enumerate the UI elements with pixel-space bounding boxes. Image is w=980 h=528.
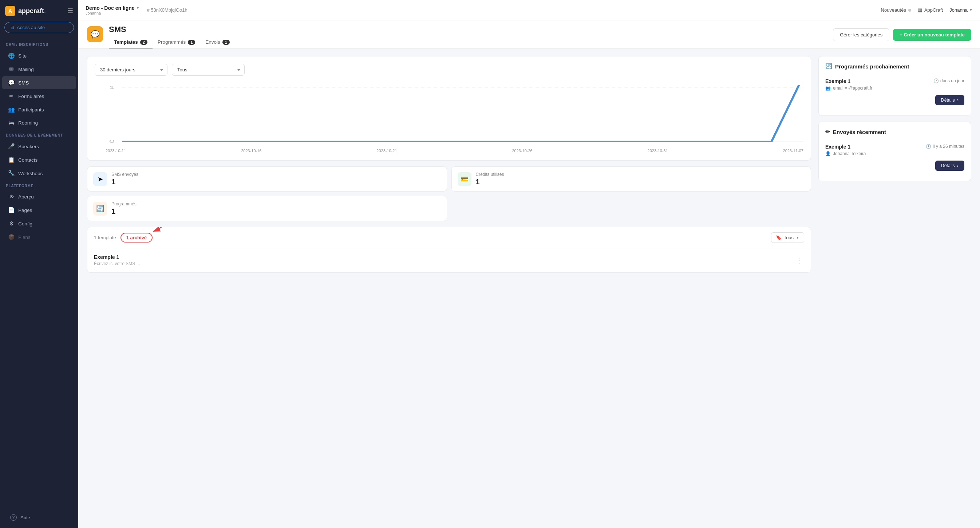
sidebar-item-config[interactable]: ⚙ Config bbox=[2, 217, 76, 230]
logo-area: A appcraft. bbox=[5, 6, 46, 16]
crm-section-label: CRM / INSCRIPTIONS bbox=[0, 39, 78, 49]
sched-item-time: 🕐 dans un jour bbox=[934, 78, 964, 83]
hash-id: # 53nX0MbjqlOo1h bbox=[147, 7, 187, 13]
sent-icon: ➤ bbox=[93, 172, 107, 186]
sidebar-section-event: DONNÉES DE L'ÉVÉNEMENT 🎤 Speakers 📋 Cont… bbox=[0, 130, 78, 180]
tab-envois-badge: 1 bbox=[223, 40, 230, 45]
stat-card-credits: 💳 Crédits utilisés 1 bbox=[452, 166, 811, 192]
main-body: 30 derniers jours Tous 1 0 bbox=[78, 49, 980, 280]
chart-label-0: 2023-10-11 bbox=[106, 149, 126, 153]
status-dot bbox=[908, 9, 911, 12]
event-section-label: DONNÉES DE L'ÉVÉNEMENT bbox=[0, 130, 78, 140]
globe-icon: 🌐 bbox=[8, 52, 14, 59]
sched-btn-row: Détails › bbox=[825, 94, 964, 105]
content-area: 30 derniers jours Tous 1 0 bbox=[78, 49, 980, 528]
stat-value-sent: 1 bbox=[111, 178, 138, 186]
sent-row: Exemple 1 👤 Johanna Teixeira 🕐 il y a 26… bbox=[825, 144, 964, 159]
template-name: Exemple 1 bbox=[94, 254, 794, 260]
logo-text: appcraft. bbox=[18, 7, 46, 15]
page-header-actions: Gérer les catégories + Créer un nouveau … bbox=[833, 29, 971, 45]
template-count: 1 template bbox=[94, 235, 116, 240]
bookmark-icon: 🔖 bbox=[776, 235, 781, 240]
topbar-left: Demo - Doc en ligne ▼ Johanna # 53nX0Mbj… bbox=[86, 5, 875, 15]
page-header-content: SMS Templates 2 Programmés 1 Envois 1 bbox=[109, 25, 827, 48]
sidebar-item-apercu[interactable]: 👁 Aperçu bbox=[2, 191, 76, 203]
workspace-name: Demo - Doc en ligne ▼ bbox=[86, 5, 139, 11]
sidebar-item-participants[interactable]: 👥 Participants bbox=[2, 103, 76, 116]
scheduled-card-icon: 🔄 bbox=[825, 63, 832, 70]
sidebar-item-workshops[interactable]: 🔧 Workshops bbox=[2, 167, 76, 180]
monitor-icon: 🖥 bbox=[10, 25, 14, 30]
sent-recently-icon: ✏ bbox=[825, 129, 830, 135]
stat-value-scheduled: 1 bbox=[111, 207, 137, 216]
archived-badge[interactable]: 1 archivé bbox=[121, 233, 153, 243]
tab-programmes-badge: 1 bbox=[188, 40, 195, 45]
page-title: SMS bbox=[109, 25, 827, 34]
sidebar-item-sms[interactable]: 💬 SMS bbox=[2, 76, 76, 89]
clock-sent-icon: 🕐 bbox=[926, 144, 931, 149]
clock-icon: 🕐 bbox=[934, 78, 939, 83]
period-filter[interactable]: 30 derniers jours bbox=[95, 64, 167, 76]
workspace-selector[interactable]: Demo - Doc en ligne ▼ Johanna bbox=[86, 5, 139, 15]
help-icon: ? bbox=[10, 514, 17, 521]
filter-chevron-icon: ▼ bbox=[796, 235, 799, 240]
stat-card-sent: ➤ SMS envoyés 1 bbox=[87, 166, 447, 192]
plans-icon: 📦 bbox=[8, 234, 14, 240]
filter-tous-dropdown[interactable]: 🔖 Tous ▼ bbox=[771, 232, 804, 243]
access-site-button[interactable]: 🖥 Accès au site bbox=[4, 22, 74, 33]
user-chevron-icon: ▼ bbox=[969, 8, 973, 12]
chart-label-1: 2023-10-16 bbox=[241, 149, 261, 153]
sms-icon: 💬 bbox=[8, 80, 14, 86]
sidebar-item-contacts[interactable]: 📋 Contacts bbox=[2, 153, 76, 166]
mail-icon: ✉ bbox=[8, 66, 14, 72]
platform-section-label: PLATEFORME bbox=[0, 180, 78, 190]
template-info: Exemple 1 Écrivez ici votre SMS ... bbox=[94, 254, 794, 266]
sidebar-item-site[interactable]: 🌐 Site bbox=[2, 49, 76, 62]
sent-details-button[interactable]: Détails › bbox=[935, 161, 964, 171]
category-filter[interactable]: Tous bbox=[172, 64, 245, 76]
right-column: 🔄 Programmés prochainement Exemple 1 👥 e… bbox=[818, 56, 971, 273]
tab-templates[interactable]: Templates 2 bbox=[109, 37, 153, 48]
template-menu-button[interactable]: ⋮ bbox=[794, 254, 804, 266]
sidebar-bottom: ? Aide bbox=[0, 507, 78, 528]
templates-header: 1 template 1 archivé 🔖 bbox=[88, 227, 811, 248]
hamburger-icon[interactable]: ☰ bbox=[67, 7, 73, 15]
sidebar-item-rooming[interactable]: 🛏 Rooming bbox=[2, 116, 76, 129]
manage-categories-button[interactable]: Gérer les catégories bbox=[833, 29, 889, 41]
stats-bottom-grid: 🔄 Programmés 1 bbox=[87, 196, 811, 221]
chart-svg: 1 0 bbox=[95, 81, 803, 147]
sms-page-icon: 💬 bbox=[87, 26, 103, 42]
sent-item-0: Exemple 1 👤 Johanna Teixeira 🕐 il y a 26… bbox=[825, 140, 964, 175]
template-preview: Écrivez ici votre SMS ... bbox=[94, 261, 794, 266]
logo-icon: A bbox=[5, 6, 15, 16]
appcraft-link[interactable]: ▦ AppCraft bbox=[918, 7, 943, 13]
chart-label-2: 2023-10-21 bbox=[376, 149, 397, 153]
page-header: 💬 SMS Templates 2 Programmés 1 Envois 1 … bbox=[78, 21, 980, 49]
tab-envois[interactable]: Envois 1 bbox=[200, 37, 235, 48]
tab-programmes[interactable]: Programmés 1 bbox=[153, 37, 200, 48]
chart-filters: 30 derniers jours Tous bbox=[95, 64, 803, 76]
sidebar-item-formulaires[interactable]: ✏ Formulaires bbox=[2, 89, 76, 103]
nouveautes[interactable]: Nouveautés bbox=[881, 7, 911, 13]
sidebar-item-aide[interactable]: ? Aide bbox=[4, 511, 74, 524]
sidebar-item-mailing[interactable]: ✉ Mailing bbox=[2, 63, 76, 76]
tab-templates-badge: 2 bbox=[140, 40, 148, 45]
pages-icon: 📄 bbox=[8, 207, 14, 213]
sent-item-meta: 👤 Johanna Teixeira bbox=[825, 151, 926, 156]
sidebar-item-pages[interactable]: 📄 Pages bbox=[2, 204, 76, 217]
scheduled-card-title: 🔄 Programmés prochainement bbox=[825, 63, 964, 70]
stat-label-credits: Crédits utilisés bbox=[476, 172, 504, 177]
credits-icon: 💳 bbox=[458, 172, 471, 186]
topbar-right: Nouveautés ▦ AppCraft Johanna ▼ bbox=[881, 7, 973, 13]
chart-label-4: 2023-10-31 bbox=[648, 149, 668, 153]
svg-text:0: 0 bbox=[109, 139, 115, 143]
sidebar-item-speakers[interactable]: 🎤 Speakers bbox=[2, 140, 76, 153]
scheduled-details-button[interactable]: Détails › bbox=[935, 95, 964, 105]
sidebar-section-platform: PLATEFORME 👁 Aperçu 📄 Pages ⚙ Config 📦 P… bbox=[0, 180, 78, 244]
create-template-button[interactable]: + Créer un nouveau template bbox=[893, 29, 971, 41]
chart-area: 1 0 bbox=[95, 81, 803, 147]
stat-content-sent: SMS envoyés 1 bbox=[111, 172, 138, 186]
stat-value-credits: 1 bbox=[476, 178, 504, 186]
user-menu[interactable]: Johanna ▼ bbox=[950, 7, 973, 13]
stat-label-scheduled: Programmés bbox=[111, 201, 137, 207]
